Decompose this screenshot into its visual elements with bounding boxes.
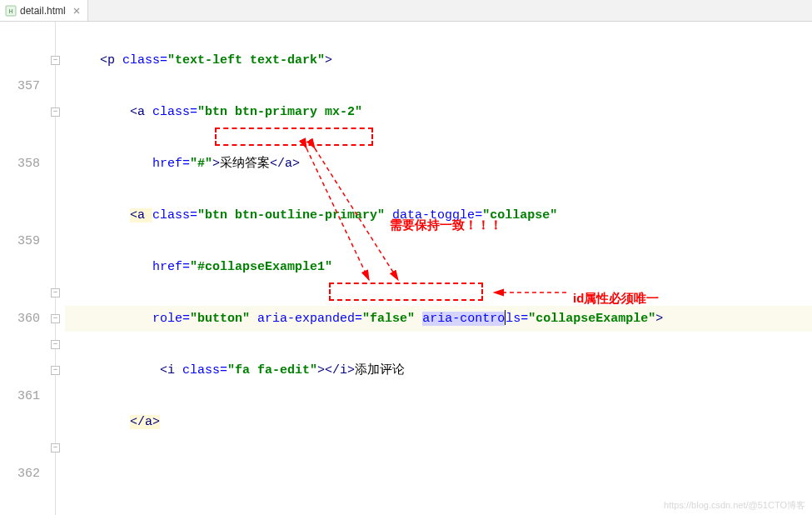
fold-marker-icon[interactable]: − [51,108,60,117]
code-line[interactable]: <a class="btn btn-outline-primary" data-… [65,202,812,228]
fold-marker-icon[interactable]: − [51,443,60,452]
code-line[interactable]: href="#">采纳答案</a> [65,151,812,177]
code-area[interactable]: <p class="text-left text-dark"> <a class… [65,22,812,515]
tab-bar: H detail.html [0,0,812,22]
line-number: 357 [0,73,40,99]
code-line[interactable]: <i class="fa fa-edit"></i>添加评论 [65,358,812,383]
close-icon[interactable] [72,7,81,15]
fold-marker-icon[interactable]: − [51,314,60,323]
highlight-box-href [215,128,373,146]
file-tab[interactable]: H detail.html [0,0,88,21]
fold-marker-icon[interactable]: − [51,366,60,375]
line-number: 359 [0,228,40,254]
line-number: 358 [0,151,40,177]
tab-filename: detail.html [20,5,66,17]
line-number: 361 [0,383,40,409]
code-line[interactable]: </a> [65,409,812,435]
code-line[interactable]: <p class="text-left text-dark"> [65,48,812,73]
html-file-icon: H [5,5,17,17]
code-line[interactable]: role="button" aria-expanded="false" aria… [65,306,812,332]
code-line[interactable]: href="#collapseExample1" [65,254,812,280]
fold-marker-icon[interactable]: − [51,288,60,298]
fold-marker-icon[interactable]: − [51,56,60,65]
fold-column: − − − − − − − [48,22,65,515]
svg-text:H: H [8,8,12,14]
line-number: 362 [0,461,40,487]
fold-marker-icon[interactable]: − [51,340,60,349]
code-editor[interactable]: 357 358 359 360 361 362 363 364 365 366 … [0,22,812,515]
line-number: 360 [0,306,40,332]
code-line[interactable]: <a class="btn btn-primary mx-2" [65,99,812,125]
code-line[interactable] [65,461,812,487]
line-gutter: 357 358 359 360 361 362 363 364 365 366 … [0,22,48,515]
highlight-box-id [329,282,483,301]
